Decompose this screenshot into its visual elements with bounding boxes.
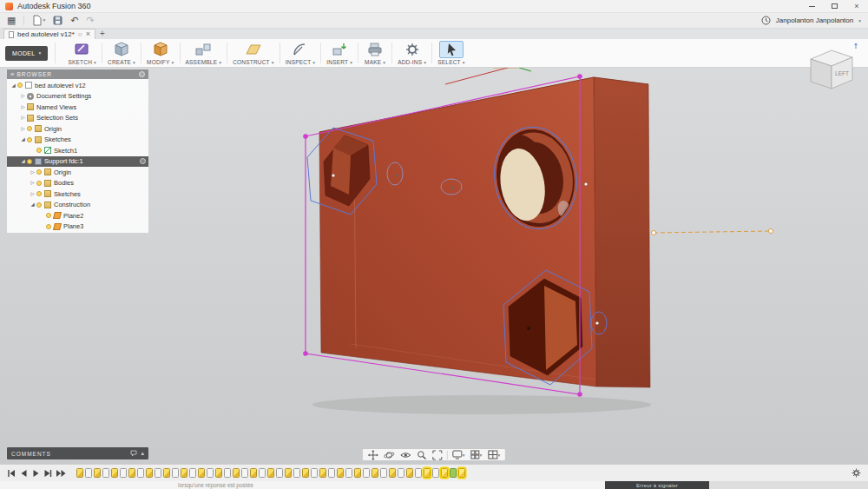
viewport-layout-button[interactable]: ▾ — [484, 449, 503, 460]
maximize-button[interactable] — [823, 0, 845, 12]
workspace-switcher[interactable]: MODEL ▾ — [5, 46, 48, 61]
expand-panel-icon[interactable]: ▴ — [141, 450, 144, 457]
browser-item-selection-sets[interactable]: ▷Selection Sets — [7, 113, 148, 124]
ribbon-group-insert[interactable]: INSERT▾ — [321, 39, 358, 67]
timeline-feature-icon[interactable] — [207, 468, 214, 478]
timeline-feature-icon[interactable] — [345, 468, 352, 478]
visibility-bulb-icon[interactable] — [27, 137, 32, 142]
browser-item-bodies[interactable]: ▷Bodies — [7, 178, 148, 189]
timeline-feature-icon[interactable] — [311, 468, 318, 478]
timeline-feature-icon[interactable] — [233, 468, 240, 478]
browser-item-sketches[interactable]: ▷Sketches — [7, 188, 148, 200]
browser-item-named-views[interactable]: ▷Named Views — [7, 102, 148, 113]
play-button[interactable] — [31, 469, 40, 478]
browser-item-bed-autolevel-v12[interactable]: ◢bed autolevel v12 — [7, 80, 148, 91]
browser-item-construction[interactable]: ◢Construction — [7, 200, 148, 211]
display-settings-button[interactable]: ▾ — [450, 449, 468, 460]
construct-icon[interactable] — [242, 41, 265, 58]
browser-item-plane3[interactable]: Plane3 — [7, 221, 148, 233]
timeline-feature-icon[interactable] — [406, 468, 413, 478]
timeline-feature-icon[interactable] — [137, 468, 144, 478]
redo-button[interactable]: ↷ — [86, 16, 94, 25]
browser-item-origin[interactable]: ▷Origin — [7, 167, 148, 178]
visibility-bulb-icon[interactable] — [36, 181, 42, 186]
timeline-feature-icon[interactable] — [432, 468, 439, 478]
expand-arrow[interactable]: ▷ — [19, 127, 27, 132]
visibility-bulb-icon[interactable] — [46, 213, 51, 218]
chevron-down-icon[interactable]: ▾ — [858, 18, 861, 23]
timeline-feature-icon[interactable] — [389, 468, 396, 478]
file-menu-button[interactable]: ▾ — [32, 15, 45, 26]
visibility-bulb-icon[interactable] — [46, 224, 51, 229]
timeline-feature-icon[interactable] — [76, 468, 83, 478]
timeline-options-button[interactable] — [852, 468, 861, 478]
go-to-end-button[interactable] — [56, 469, 66, 478]
timeline-feature-icon[interactable] — [241, 468, 248, 478]
expand-arrow[interactable]: ▷ — [19, 105, 27, 110]
visibility-bulb-icon[interactable] — [27, 159, 32, 164]
expand-arrow[interactable]: ◢ — [29, 202, 36, 208]
construction-line[interactable] — [652, 229, 773, 235]
expand-arrow[interactable]: ▷ — [29, 192, 36, 197]
view-cube[interactable]: LEFT — [800, 42, 863, 97]
username[interactable]: Janpolanton Janpolanton — [776, 17, 853, 24]
addins-icon[interactable] — [401, 41, 424, 58]
select-icon[interactable] — [439, 41, 464, 58]
model-canvas[interactable]: « BROWSER ◢bed autolevel v12▷Document Se… — [0, 68, 868, 489]
timeline-feature-icon[interactable] — [276, 468, 283, 478]
timeline-feature-icon[interactable] — [155, 468, 161, 478]
expand-arrow[interactable]: ▷ — [19, 116, 27, 121]
browser-item-plane2[interactable]: Plane2 — [7, 210, 148, 221]
browser-item-sketch1[interactable]: Sketch1 — [7, 145, 148, 156]
timeline-feature-icon[interactable] — [224, 468, 231, 478]
comments-bar[interactable]: COMMENTS ▴ — [7, 447, 148, 459]
expand-arrow[interactable]: ◢ — [19, 137, 27, 142]
ribbon-group-modify[interactable]: MODIFY▾ — [141, 39, 179, 67]
timeline-feature-icon[interactable] — [415, 468, 422, 478]
pan-button[interactable] — [365, 449, 381, 460]
step-back-button[interactable] — [19, 469, 28, 478]
ribbon-group-select[interactable]: SELECT▾ — [432, 39, 470, 67]
expand-arrow[interactable]: ▷ — [29, 181, 36, 186]
timeline-feature-icon[interactable] — [111, 468, 118, 478]
grid-settings-button[interactable]: ▾ — [468, 449, 485, 460]
timeline-feature-icon[interactable] — [198, 468, 205, 478]
expand-arrow[interactable]: ◢ — [10, 83, 17, 89]
browser-item-document-settings[interactable]: ▷Document Settings — [7, 91, 148, 102]
undo-button[interactable]: ↶ — [70, 16, 78, 25]
clock-icon[interactable] — [761, 16, 771, 25]
timeline-feature-icon[interactable] — [128, 468, 135, 478]
zoom-button[interactable] — [414, 449, 430, 460]
ribbon-group-assemble[interactable]: ASSEMBLE▾ — [181, 39, 227, 67]
timeline-feature-icon[interactable] — [398, 468, 404, 478]
timeline-feature-icon[interactable] — [372, 468, 378, 478]
timeline-feature-icon[interactable] — [172, 468, 179, 478]
timeline-feature-icon[interactable] — [102, 468, 109, 478]
timeline-feature-icon[interactable] — [120, 468, 127, 478]
timeline-feature-icon[interactable] — [267, 468, 274, 478]
timeline-feature-icon[interactable] — [380, 468, 387, 478]
timeline-feature-icon[interactable] — [354, 468, 361, 478]
view-cube-face-label[interactable]: LEFT — [835, 70, 849, 76]
visibility-bulb-icon[interactable] — [36, 169, 42, 175]
close-button[interactable]: × — [845, 0, 868, 12]
browser-item-sketches[interactable]: ◢Sketches — [7, 135, 148, 146]
ribbon-group-construct[interactable]: CONSTRUCT▾ — [227, 39, 279, 67]
ribbon-group-sketch[interactable]: SKETCH▾ — [62, 39, 102, 67]
timeline-feature-icon[interactable] — [328, 468, 335, 478]
timeline-feature-icon[interactable] — [441, 468, 448, 478]
timeline-feature-icon[interactable] — [250, 468, 257, 478]
timeline-feature-icon[interactable] — [215, 468, 222, 478]
app-menu-button[interactable]: ▦ — [7, 16, 16, 25]
orbit-button[interactable] — [381, 449, 398, 460]
timeline-feature-icon[interactable] — [85, 468, 92, 478]
go-to-start-button[interactable] — [7, 469, 16, 478]
look-at-button[interactable] — [398, 449, 414, 460]
collapse-panel-icon[interactable]: « — [10, 71, 14, 78]
timeline-feature-icon[interactable] — [302, 468, 309, 478]
make-icon[interactable] — [364, 41, 386, 58]
timeline-feature-icon[interactable] — [163, 468, 170, 478]
timeline-feature-icon[interactable] — [363, 468, 370, 478]
expand-arrow[interactable]: ▷ — [29, 170, 36, 175]
browser-header[interactable]: « BROWSER — [7, 69, 148, 79]
